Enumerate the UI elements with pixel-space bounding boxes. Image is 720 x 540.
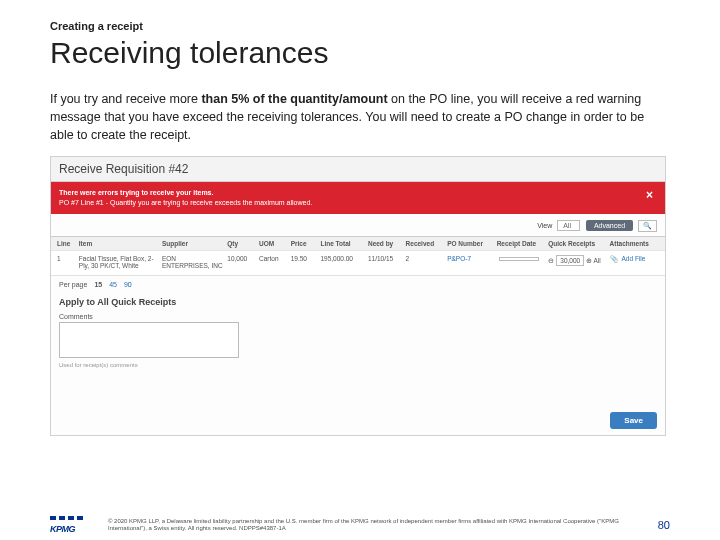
cell-price: 19.50 <box>291 255 317 262</box>
col-quick-receipts: Quick Receipts <box>548 240 605 247</box>
body-paragraph: If you try and receive more than 5% of t… <box>50 90 670 144</box>
error-title: There were errors trying to receive your… <box>59 188 312 197</box>
pager-label: Per page <box>59 281 87 288</box>
view-toolbar: View All Advanced 🔍 <box>51 214 665 236</box>
pager-90[interactable]: 90 <box>124 281 132 288</box>
footer: KPMG © 2020 KPMG LLP, a Delaware limited… <box>50 516 670 534</box>
cell-line: 1 <box>57 255 75 262</box>
cell-item: Facial Tissue, Flat Box, 2-Ply, 30 PK/CT… <box>79 255 158 269</box>
line-table: Line Item Supplier Qty UOM Price Line To… <box>51 236 665 276</box>
comments-section: Comments <box>51 309 665 362</box>
col-po: PO Number <box>447 240 493 247</box>
cell-uom: Carton <box>259 255 287 262</box>
comments-textarea[interactable] <box>59 322 239 358</box>
cell-receipt-date[interactable] <box>497 255 544 262</box>
cell-attachments[interactable]: 📎Add File <box>610 255 659 263</box>
error-detail: PO #7 Line #1 - Quantity you are trying … <box>59 199 312 206</box>
add-file-link[interactable]: Add File <box>622 255 646 262</box>
search-icon[interactable]: 🔍 <box>638 220 657 232</box>
pager-15[interactable]: 15 <box>94 281 102 288</box>
body-bold: than 5% of the quantity/amount <box>201 92 387 106</box>
error-banner: There were errors trying to receive your… <box>51 182 665 213</box>
col-received: Received <box>406 240 444 247</box>
table-header: Line Item Supplier Qty UOM Price Line To… <box>51 237 665 250</box>
save-button[interactable]: Save <box>610 412 657 429</box>
col-total: Line Total <box>320 240 364 247</box>
col-supplier: Supplier <box>162 240 223 247</box>
screenshot-frame: Receive Requisition #42 There were error… <box>50 156 666 436</box>
col-attachments: Attachments <box>610 240 659 247</box>
disclaimer: © 2020 KPMG LLP, a Delaware limited liab… <box>108 518 640 533</box>
col-price: Price <box>291 240 317 247</box>
cell-total: 195,000.00 <box>320 255 364 262</box>
logo-text: KPMG <box>50 524 75 534</box>
cell-supplier: EON ENTERPRISES, INC <box>162 255 223 269</box>
view-dropdown[interactable]: All <box>557 220 580 231</box>
eyebrow: Creating a receipt <box>50 20 670 32</box>
comments-hint: Used for receipt(s) comments <box>51 362 665 372</box>
col-needby: Need by <box>368 240 402 247</box>
apply-all-heading: Apply to All Quick Receipts <box>51 293 665 309</box>
table-row: 1 Facial Tissue, Flat Box, 2-Ply, 30 PK/… <box>51 250 665 275</box>
col-qty: Qty <box>227 240 255 247</box>
page-title: Receiving tolerances <box>50 36 670 70</box>
qty-input[interactable]: 30,000 <box>556 255 584 266</box>
col-receipt-date: Receipt Date <box>497 240 544 247</box>
body-pre: If you try and receive more <box>50 92 201 106</box>
view-label: View <box>537 222 552 229</box>
cell-po-link[interactable]: P&PO-7 <box>447 255 493 262</box>
cell-needby: 11/10/15 <box>368 255 402 262</box>
close-icon[interactable]: × <box>646 188 657 204</box>
col-item: Item <box>79 240 158 247</box>
col-line: Line <box>57 240 75 247</box>
date-input[interactable] <box>499 257 539 261</box>
comments-label: Comments <box>59 313 93 320</box>
kpmg-logo: KPMG <box>50 516 90 534</box>
window-title: Receive Requisition #42 <box>51 157 665 182</box>
cell-quick-receipt[interactable]: ⊖30,000 ⊕ All <box>548 255 605 266</box>
cell-qty: 10,000 <box>227 255 255 262</box>
col-uom: UOM <box>259 240 287 247</box>
advanced-button[interactable]: Advanced <box>586 220 633 231</box>
page-number: 80 <box>658 519 670 531</box>
pager: Per page 15 45 90 <box>51 276 665 293</box>
cell-received: 2 <box>406 255 444 262</box>
pager-45[interactable]: 45 <box>109 281 117 288</box>
